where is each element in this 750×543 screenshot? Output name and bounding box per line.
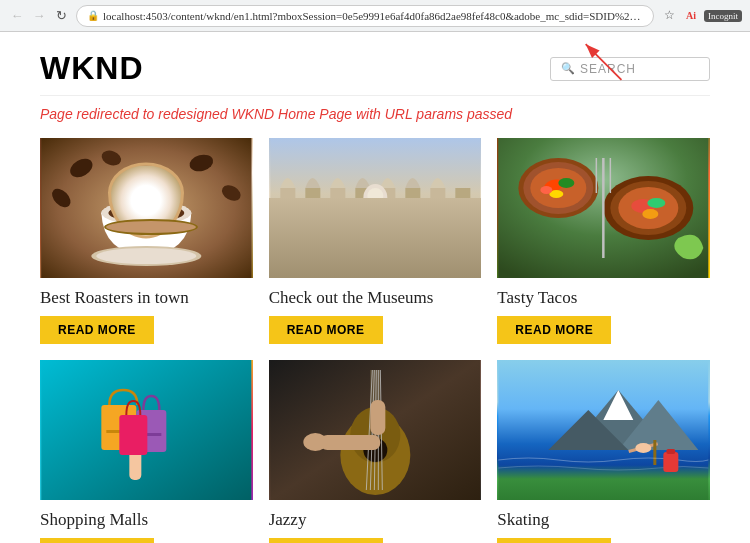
incognito-badge: Incognit <box>704 10 742 22</box>
svg-rect-62 <box>320 435 380 450</box>
card-museum: Check out the Museums READ MORE <box>269 138 482 344</box>
svg-rect-74 <box>667 449 676 454</box>
svg-point-33 <box>559 178 575 188</box>
svg-point-27 <box>367 188 383 204</box>
svg-rect-26 <box>369 210 381 240</box>
svg-rect-73 <box>664 452 679 472</box>
svg-rect-15 <box>270 138 480 278</box>
svg-point-9 <box>101 201 191 225</box>
forward-button[interactable]: → <box>30 7 48 25</box>
site-logo: WKND <box>40 50 144 87</box>
adobe-icon[interactable]: Ai <box>682 7 700 25</box>
svg-rect-22 <box>430 188 445 278</box>
card-title-tacos: Tasty Tacos <box>497 288 710 308</box>
search-bar[interactable]: 🔍 SEARCH <box>550 57 710 81</box>
read-more-button-coffee[interactable]: READ MORE <box>40 316 154 344</box>
svg-rect-71 <box>654 440 657 465</box>
card-tacos: Tasty Tacos READ MORE <box>497 138 710 344</box>
card-image-tacos <box>497 138 710 278</box>
card-image-coffee <box>40 138 253 278</box>
card-skating: Skating READ MORE <box>497 360 710 543</box>
svg-rect-64 <box>370 400 385 435</box>
svg-point-13 <box>108 204 184 222</box>
url-text: localhost:4503/content/wknd/en1.html?mbo… <box>103 10 643 22</box>
site-header: WKND 🔍 SEARCH <box>40 32 710 96</box>
search-placeholder: SEARCH <box>580 62 636 76</box>
bookmark-icon[interactable]: ☆ <box>660 7 678 25</box>
card-title-skating: Skating <box>497 510 710 530</box>
nav-buttons: ← → ↻ <box>8 7 70 25</box>
read-more-button-tacos[interactable]: READ MORE <box>497 316 611 344</box>
read-more-button-shopping[interactable]: READ MORE <box>40 538 154 543</box>
card-shopping: Shopping Malls READ MORE <box>40 360 253 543</box>
svg-rect-21 <box>405 188 420 278</box>
read-more-button-museum[interactable]: READ MORE <box>269 316 383 344</box>
svg-rect-17 <box>305 188 320 278</box>
reload-button[interactable]: ↻ <box>52 7 70 25</box>
card-coffee: Best Roasters in town READ MORE <box>40 138 253 344</box>
svg-point-12 <box>96 248 196 264</box>
svg-rect-16 <box>280 188 295 278</box>
svg-point-10 <box>101 201 191 225</box>
card-image-jazz <box>269 360 482 500</box>
svg-point-35 <box>541 186 553 194</box>
card-title-coffee: Best Roasters in town <box>40 288 253 308</box>
svg-point-41 <box>643 209 659 219</box>
svg-point-14 <box>116 206 176 220</box>
read-more-button-skating[interactable]: READ MORE <box>497 538 611 543</box>
card-title-shopping: Shopping Malls <box>40 510 253 530</box>
read-more-button-jazz[interactable]: READ MORE <box>269 538 383 543</box>
svg-rect-24 <box>270 248 480 278</box>
svg-rect-20 <box>380 188 395 278</box>
svg-rect-23 <box>455 188 470 278</box>
svg-rect-19 <box>355 188 370 278</box>
browser-actions: ☆ Ai Incognit <box>660 7 742 25</box>
card-image-museum <box>269 138 482 278</box>
svg-point-40 <box>648 198 666 208</box>
svg-point-63 <box>303 433 327 451</box>
page-content: WKND 🔍 SEARCH Page redirected to redesig… <box>0 32 750 543</box>
url-bar[interactable]: 🔒 localhost:4503/content/wknd/en1.html?m… <box>76 5 654 27</box>
cards-grid: Best Roasters in town READ MORE <box>40 138 710 543</box>
svg-rect-51 <box>119 415 147 455</box>
card-jazz: Jazzy READ MORE <box>269 360 482 543</box>
svg-rect-18 <box>330 188 345 278</box>
back-button[interactable]: ← <box>8 7 26 25</box>
card-title-museum: Check out the Museums <box>269 288 482 308</box>
redirect-notice: Page redirected to redesigned WKND Home … <box>40 106 710 122</box>
browser-chrome: ← → ↻ 🔒 localhost:4503/content/wknd/en1.… <box>0 0 750 32</box>
card-title-jazz: Jazzy <box>269 510 482 530</box>
card-image-skating <box>497 360 710 500</box>
svg-point-72 <box>636 443 652 453</box>
card-image-shopping <box>40 360 253 500</box>
search-icon: 🔍 <box>561 62 575 75</box>
